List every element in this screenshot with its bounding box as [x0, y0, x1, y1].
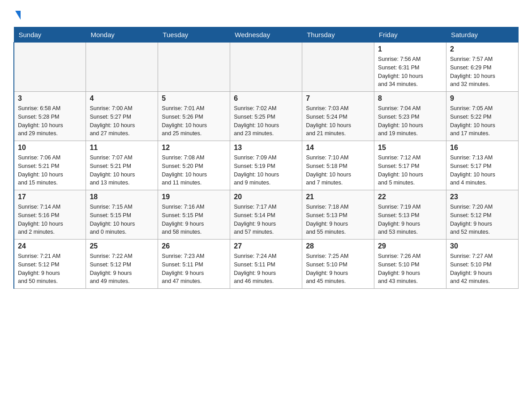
day-number: 1	[378, 45, 442, 53]
day-sun-info: Sunrise: 7:00 AM Sunset: 5:27 PM Dayligh…	[90, 104, 154, 138]
logo	[13, 9, 21, 20]
day-number: 12	[162, 144, 226, 152]
day-sun-info: Sunrise: 7:14 AM Sunset: 5:16 PM Dayligh…	[18, 203, 82, 236]
calendar-cell: 9Sunrise: 7:05 AM Sunset: 5:22 PM Daylig…	[446, 92, 519, 141]
day-number: 6	[234, 94, 298, 103]
calendar-cell: 2Sunrise: 7:57 AM Sunset: 6:29 PM Daylig…	[446, 43, 519, 92]
day-number: 13	[234, 144, 298, 152]
header-tuesday: Tuesday	[158, 27, 230, 43]
calendar-cell: 14Sunrise: 7:10 AM Sunset: 5:18 PM Dayli…	[302, 141, 374, 190]
calendar-cell: 15Sunrise: 7:12 AM Sunset: 5:17 PM Dayli…	[374, 141, 446, 190]
day-sun-info: Sunrise: 7:02 AM Sunset: 5:25 PM Dayligh…	[234, 104, 298, 138]
day-number: 21	[306, 193, 370, 201]
day-sun-info: Sunrise: 7:20 AM Sunset: 5:12 PM Dayligh…	[450, 203, 515, 236]
day-sun-info: Sunrise: 7:24 AM Sunset: 5:11 PM Dayligh…	[234, 252, 298, 286]
calendar-cell: 30Sunrise: 7:27 AM Sunset: 5:10 PM Dayli…	[446, 240, 519, 289]
day-number: 8	[378, 94, 442, 103]
day-sun-info: Sunrise: 7:07 AM Sunset: 5:21 PM Dayligh…	[90, 154, 154, 187]
day-number: 14	[306, 144, 370, 152]
day-sun-info: Sunrise: 7:19 AM Sunset: 5:13 PM Dayligh…	[378, 203, 442, 236]
page-header	[13, 9, 519, 20]
day-number: 20	[234, 193, 298, 201]
calendar-cell: 16Sunrise: 7:13 AM Sunset: 5:17 PM Dayli…	[446, 141, 519, 190]
day-number: 15	[378, 144, 442, 152]
day-number: 4	[90, 94, 154, 103]
day-sun-info: Sunrise: 7:08 AM Sunset: 5:20 PM Dayligh…	[162, 154, 226, 187]
calendar-cell: 25Sunrise: 7:22 AM Sunset: 5:12 PM Dayli…	[86, 240, 158, 289]
logo-arrow-icon	[15, 11, 21, 20]
calendar-cell: 4Sunrise: 7:00 AM Sunset: 5:27 PM Daylig…	[86, 92, 158, 141]
day-sun-info: Sunrise: 7:21 AM Sunset: 5:12 PM Dayligh…	[18, 252, 82, 286]
day-number: 11	[90, 144, 154, 152]
day-number: 18	[90, 193, 154, 201]
day-sun-info: Sunrise: 7:10 AM Sunset: 5:18 PM Dayligh…	[306, 154, 370, 187]
day-number: 2	[450, 45, 515, 53]
calendar-cell: 17Sunrise: 7:14 AM Sunset: 5:16 PM Dayli…	[14, 190, 86, 240]
calendar-cell: 11Sunrise: 7:07 AM Sunset: 5:21 PM Dayli…	[86, 141, 158, 190]
day-sun-info: Sunrise: 7:15 AM Sunset: 5:15 PM Dayligh…	[90, 203, 154, 236]
day-sun-info: Sunrise: 7:09 AM Sunset: 5:19 PM Dayligh…	[234, 154, 298, 187]
day-sun-info: Sunrise: 7:56 AM Sunset: 6:31 PM Dayligh…	[378, 55, 442, 89]
header-thursday: Thursday	[302, 27, 374, 43]
day-number: 26	[162, 242, 226, 250]
calendar-cell	[302, 43, 374, 92]
day-sun-info: Sunrise: 7:17 AM Sunset: 5:14 PM Dayligh…	[234, 203, 298, 236]
day-number: 17	[18, 193, 82, 201]
calendar-cell: 19Sunrise: 7:16 AM Sunset: 5:15 PM Dayli…	[158, 190, 230, 240]
calendar-cell: 18Sunrise: 7:15 AM Sunset: 5:15 PM Dayli…	[86, 190, 158, 240]
day-number: 22	[378, 193, 442, 201]
calendar-week-row: 10Sunrise: 7:06 AM Sunset: 5:21 PM Dayli…	[14, 141, 519, 190]
day-sun-info: Sunrise: 7:06 AM Sunset: 5:21 PM Dayligh…	[18, 154, 82, 187]
day-number: 9	[450, 94, 515, 103]
day-number: 28	[306, 242, 370, 250]
calendar-cell	[14, 43, 86, 92]
day-number: 16	[450, 144, 515, 152]
calendar-cell: 5Sunrise: 7:01 AM Sunset: 5:26 PM Daylig…	[158, 92, 230, 141]
day-sun-info: Sunrise: 7:12 AM Sunset: 5:17 PM Dayligh…	[378, 154, 442, 187]
day-number: 24	[18, 242, 82, 250]
calendar-cell	[86, 43, 158, 92]
calendar-cell: 23Sunrise: 7:20 AM Sunset: 5:12 PM Dayli…	[446, 190, 519, 240]
day-sun-info: Sunrise: 7:22 AM Sunset: 5:12 PM Dayligh…	[90, 252, 154, 286]
day-number: 25	[90, 242, 154, 250]
calendar-cell: 10Sunrise: 7:06 AM Sunset: 5:21 PM Dayli…	[14, 141, 86, 190]
day-sun-info: Sunrise: 7:57 AM Sunset: 6:29 PM Dayligh…	[450, 55, 515, 89]
day-number: 5	[162, 94, 226, 103]
day-sun-info: Sunrise: 7:16 AM Sunset: 5:15 PM Dayligh…	[162, 203, 226, 236]
calendar-cell	[158, 43, 230, 92]
calendar-cell: 26Sunrise: 7:23 AM Sunset: 5:11 PM Dayli…	[158, 240, 230, 289]
calendar-cell: 6Sunrise: 7:02 AM Sunset: 5:25 PM Daylig…	[230, 92, 302, 141]
calendar-cell: 24Sunrise: 7:21 AM Sunset: 5:12 PM Dayli…	[14, 240, 86, 289]
calendar-cell: 13Sunrise: 7:09 AM Sunset: 5:19 PM Dayli…	[230, 141, 302, 190]
calendar-cell	[230, 43, 302, 92]
calendar-cell: 3Sunrise: 6:58 AM Sunset: 5:28 PM Daylig…	[14, 92, 86, 141]
day-number: 19	[162, 193, 226, 201]
calendar-cell: 27Sunrise: 7:24 AM Sunset: 5:11 PM Dayli…	[230, 240, 302, 289]
header-saturday: Saturday	[446, 27, 519, 43]
header-sunday: Sunday	[14, 27, 86, 43]
day-number: 7	[306, 94, 370, 103]
day-number: 10	[18, 144, 82, 152]
header-wednesday: Wednesday	[230, 27, 302, 43]
calendar-table: Sunday Monday Tuesday Wednesday Thursday…	[13, 27, 519, 289]
calendar-cell: 22Sunrise: 7:19 AM Sunset: 5:13 PM Dayli…	[374, 190, 446, 240]
day-sun-info: Sunrise: 7:13 AM Sunset: 5:17 PM Dayligh…	[450, 154, 515, 187]
day-sun-info: Sunrise: 7:23 AM Sunset: 5:11 PM Dayligh…	[162, 252, 226, 286]
day-sun-info: Sunrise: 7:04 AM Sunset: 5:23 PM Dayligh…	[378, 104, 442, 138]
day-sun-info: Sunrise: 7:27 AM Sunset: 5:10 PM Dayligh…	[450, 252, 515, 286]
calendar-week-row: 24Sunrise: 7:21 AM Sunset: 5:12 PM Dayli…	[14, 240, 519, 289]
day-sun-info: Sunrise: 7:05 AM Sunset: 5:22 PM Dayligh…	[450, 104, 515, 138]
day-sun-info: Sunrise: 7:25 AM Sunset: 5:10 PM Dayligh…	[306, 252, 370, 286]
calendar-cell: 28Sunrise: 7:25 AM Sunset: 5:10 PM Dayli…	[302, 240, 374, 289]
day-sun-info: Sunrise: 7:01 AM Sunset: 5:26 PM Dayligh…	[162, 104, 226, 138]
header-monday: Monday	[86, 27, 158, 43]
calendar-cell: 8Sunrise: 7:04 AM Sunset: 5:23 PM Daylig…	[374, 92, 446, 141]
day-sun-info: Sunrise: 7:26 AM Sunset: 5:10 PM Dayligh…	[378, 252, 442, 286]
calendar-cell: 21Sunrise: 7:18 AM Sunset: 5:13 PM Dayli…	[302, 190, 374, 240]
day-number: 29	[378, 242, 442, 250]
day-number: 23	[450, 193, 515, 201]
calendar-week-row: 17Sunrise: 7:14 AM Sunset: 5:16 PM Dayli…	[14, 190, 519, 240]
calendar-cell: 1Sunrise: 7:56 AM Sunset: 6:31 PM Daylig…	[374, 43, 446, 92]
calendar-cell: 7Sunrise: 7:03 AM Sunset: 5:24 PM Daylig…	[302, 92, 374, 141]
calendar-cell: 20Sunrise: 7:17 AM Sunset: 5:14 PM Dayli…	[230, 190, 302, 240]
